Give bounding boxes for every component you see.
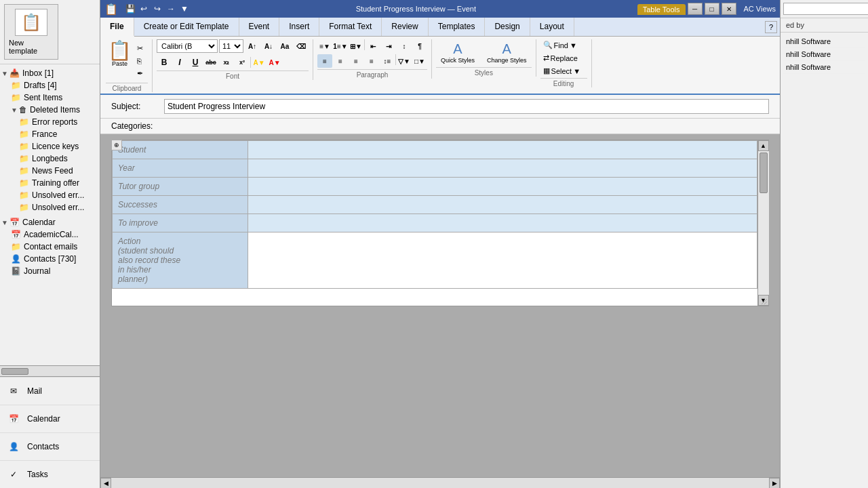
justify-btn[interactable]: ≡: [364, 54, 379, 68]
close-btn[interactable]: ✕: [722, 3, 736, 15]
clear-format-btn[interactable]: ⌫: [294, 39, 309, 53]
tree-item-journal[interactable]: 📓 Journal: [0, 265, 100, 277]
bullet-list-btn[interactable]: ≡▼: [317, 39, 332, 53]
show-marks-btn[interactable]: ¶: [412, 39, 427, 53]
font-size-select[interactable]: 11: [219, 39, 243, 53]
tree-item-training[interactable]: 📁 Training offer: [0, 177, 100, 189]
row-label-successes[interactable]: Successes: [113, 196, 248, 214]
scrollbar-thumb[interactable]: [1, 368, 28, 375]
align-right-btn[interactable]: ≡: [349, 54, 363, 68]
row-label-improve[interactable]: To improve: [113, 214, 248, 232]
shrink-font-btn[interactable]: A↓: [261, 39, 276, 53]
subject-input[interactable]: [164, 99, 769, 114]
tree-item-error[interactable]: 📁 Error reports: [0, 116, 100, 128]
row-value-improve[interactable]: [248, 214, 757, 232]
tab-event[interactable]: Event: [239, 18, 280, 36]
row-value-successes[interactable]: [248, 196, 757, 214]
replace-btn[interactable]: ⇄ Replace: [540, 52, 587, 64]
grow-font-btn[interactable]: A↑: [245, 39, 260, 53]
shading-btn[interactable]: ▽▼: [397, 54, 412, 68]
tab-file[interactable]: File: [100, 18, 134, 37]
redo-btn[interactable]: ↪: [151, 3, 163, 15]
select-btn[interactable]: ▦ Select ▼: [540, 65, 587, 77]
tree-item-calendar[interactable]: ▼ 📅 Calendar: [0, 216, 100, 228]
line-spacing-btn[interactable]: ↕≡: [380, 54, 395, 68]
tree-item-deleted[interactable]: ▼ 🗑 Deleted Items: [0, 104, 100, 116]
highlight-btn[interactable]: A▼: [252, 56, 267, 69]
tree-item-longbeds[interactable]: 📁 Longbeds: [0, 152, 100, 165]
quick-styles-btn[interactable]: A Quick Styles: [436, 39, 479, 66]
undo-btn[interactable]: ↩: [138, 3, 150, 15]
italic-btn[interactable]: I: [172, 56, 187, 69]
tree-item-france[interactable]: 📁 France: [0, 128, 100, 140]
row-value-action[interactable]: [248, 232, 757, 289]
table-move-handle[interactable]: ⊕: [111, 140, 122, 150]
increase-indent-btn[interactable]: ⇥: [381, 39, 396, 53]
row-label-action[interactable]: Action(student shouldalso record thesein…: [113, 232, 248, 289]
copy-btn[interactable]: ⎘: [134, 56, 146, 66]
select-dropdown[interactable]: ▼: [573, 67, 580, 75]
row-value-tutor[interactable]: [248, 178, 757, 196]
sidebar-horizontal-scrollbar[interactable]: [0, 365, 100, 376]
tree-item-unsolved2[interactable]: 📁 Unsolved err...: [0, 201, 100, 214]
move-icon[interactable]: ⊕: [111, 140, 122, 150]
tab-create-edit[interactable]: Create or Edit Template: [134, 18, 239, 36]
format-painter-btn[interactable]: ✒: [134, 68, 146, 79]
company-item[interactable]: nhill Software: [783, 35, 865, 48]
minimize-btn[interactable]: ─: [688, 3, 703, 15]
scroll-up-btn[interactable]: ▲: [758, 140, 769, 151]
company-item[interactable]: nhill Software: [783, 48, 865, 61]
multilevel-btn[interactable]: ⊞▼: [349, 39, 363, 53]
tree-item-drafts[interactable]: 📁 Drafts [4]: [0, 79, 100, 92]
row-label-student[interactable]: Student: [113, 141, 248, 159]
scroll-left-btn[interactable]: ◀: [100, 478, 111, 489]
change-case-btn[interactable]: Aa: [277, 39, 292, 53]
find-btn[interactable]: 🔍 Find ▼: [540, 39, 587, 51]
tree-item-newsfeed[interactable]: 📁 News Feed: [0, 165, 100, 177]
qa-dropdown-btn[interactable]: ▼: [178, 3, 191, 15]
forward-btn[interactable]: →: [165, 3, 177, 15]
row-label-year[interactable]: Year: [113, 159, 248, 178]
font-color-btn[interactable]: A▼: [267, 56, 282, 69]
numbered-list-btn[interactable]: 1≡▼: [333, 39, 348, 53]
align-center-btn[interactable]: ≡: [333, 54, 348, 68]
tree-item-sent[interactable]: 📁 Sent Items: [0, 92, 100, 104]
align-left-btn[interactable]: ≡: [317, 54, 332, 68]
tab-templates[interactable]: Templates: [429, 18, 486, 36]
table-tools-tab[interactable]: Table Tools: [637, 4, 686, 15]
strikethrough-btn[interactable]: abc: [203, 56, 218, 69]
tree-item-unsolved1[interactable]: 📁 Unsolved err...: [0, 189, 100, 201]
tree-item-contacts[interactable]: 👤 Contacts [730]: [0, 253, 100, 265]
decrease-indent-btn[interactable]: ⇤: [366, 39, 380, 53]
right-search-input[interactable]: [783, 3, 868, 15]
nav-calendar[interactable]: 📅 Calendar: [0, 405, 100, 432]
sort-btn[interactable]: ↕: [397, 39, 412, 53]
tree-item-inbox[interactable]: ▼ 📥 Inbox [1]: [0, 67, 100, 79]
help-btn[interactable]: ?: [765, 21, 777, 33]
change-styles-btn[interactable]: A Change Styles: [482, 39, 532, 66]
tree-item-acadcal[interactable]: 📅 AcademicCal...: [0, 228, 100, 241]
tab-review[interactable]: Review: [382, 18, 428, 36]
maximize-btn[interactable]: □: [705, 3, 719, 15]
nav-tasks[interactable]: ✓ Tasks: [0, 460, 100, 488]
new-template-button[interactable]: 📋 New template: [4, 4, 58, 60]
superscript-btn[interactable]: x²: [235, 56, 250, 69]
font-name-select[interactable]: Calibri (B: [157, 39, 218, 53]
tree-item-licence[interactable]: 📁 Licence keys: [0, 140, 100, 152]
save-quick-btn[interactable]: 💾: [124, 3, 136, 15]
underline-btn[interactable]: U: [188, 56, 203, 69]
row-value-student[interactable]: [248, 141, 757, 159]
tab-layout[interactable]: Layout: [530, 18, 574, 36]
scroll-thumb[interactable]: [760, 152, 768, 193]
scroll-right-btn[interactable]: ▶: [769, 478, 780, 489]
tab-insert[interactable]: Insert: [279, 18, 319, 36]
tree-item-contact-emails[interactable]: 📁 Contact emails: [0, 241, 100, 253]
tab-format-text[interactable]: Format Text: [319, 18, 382, 36]
paste-button[interactable]: 📋 Paste ✂ ⎘ ✒: [106, 39, 148, 81]
row-label-tutor[interactable]: Tutor group: [113, 178, 248, 196]
bold-btn[interactable]: B: [157, 56, 172, 69]
border-btn[interactable]: □▼: [412, 54, 427, 68]
nav-contacts[interactable]: 👤 Contacts: [0, 432, 100, 460]
cut-btn[interactable]: ✂: [134, 43, 146, 54]
company-item[interactable]: nhill Software: [783, 61, 865, 74]
